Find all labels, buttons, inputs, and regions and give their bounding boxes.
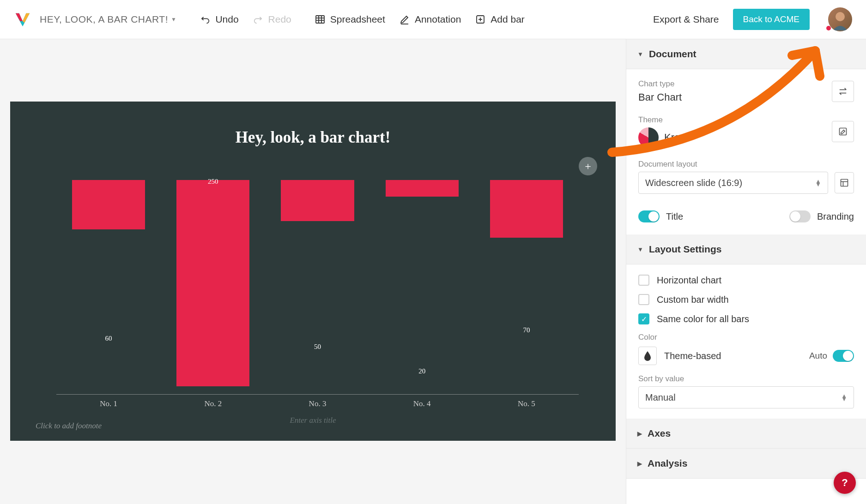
bar-slot[interactable]: 50No. 3	[265, 180, 369, 395]
undo-button[interactable]: Undo	[200, 14, 238, 25]
edit-theme-button[interactable]	[832, 121, 854, 142]
chevron-right-icon: ▶	[637, 460, 642, 467]
bar-rect[interactable]	[386, 180, 459, 197]
bar-value-label: 250	[161, 178, 265, 188]
bar-value-label: 20	[370, 367, 474, 378]
select-caret-icon: ▲▼	[841, 394, 847, 401]
auto-color-toggle[interactable]	[833, 350, 854, 362]
bar-rect[interactable]	[72, 180, 145, 229]
svg-rect-0	[316, 16, 324, 23]
color-value: Theme-based	[664, 351, 721, 361]
svg-rect-10	[840, 128, 847, 135]
chart-type-value: Bar Chart	[638, 91, 832, 103]
bar-category-label: No. 2	[161, 399, 265, 408]
add-icon	[475, 14, 486, 25]
spreadsheet-icon	[315, 14, 326, 25]
document-layout-select[interactable]: Widescreen slide (16:9) ▲▼	[638, 172, 828, 194]
select-caret-icon: ▲▼	[815, 180, 821, 186]
chevron-down-icon: ▼	[637, 246, 643, 253]
panel-header-document[interactable]: ▼ Document	[626, 39, 866, 69]
branding-toggle[interactable]	[789, 210, 811, 222]
top-toolbar: HEY, LOOK, A BAR CHART! ▼ Undo Redo Spre…	[0, 0, 866, 39]
swap-chart-type-button[interactable]	[832, 81, 854, 102]
bar-category-label: No. 5	[474, 399, 579, 408]
theme-label: Theme	[638, 115, 832, 125]
annotation-icon	[399, 14, 410, 25]
theme-swatch-icon	[638, 127, 659, 148]
color-picker-button[interactable]	[638, 347, 657, 365]
bar-slot[interactable]: 250No. 2	[161, 180, 265, 395]
layout-options-button[interactable]	[835, 172, 854, 193]
bar-value-label: 50	[265, 343, 369, 354]
bar-slot[interactable]: 20No. 4	[370, 180, 474, 395]
back-to-acme-button[interactable]: Back to ACME	[733, 9, 810, 30]
app-logo[interactable]	[14, 11, 31, 28]
undo-icon	[200, 14, 211, 25]
help-button[interactable]: ?	[834, 472, 856, 494]
same-color-checkbox[interactable]: ✓ Same color for all bars	[638, 313, 854, 324]
export-share-link[interactable]: Export & Share	[653, 14, 719, 25]
add-bar-button[interactable]: Add bar	[475, 14, 525, 25]
caret-down-icon: ▼	[171, 16, 176, 23]
svg-rect-11	[841, 180, 848, 186]
sort-label: Sort by value	[638, 374, 854, 384]
bar-rect[interactable]	[281, 180, 354, 221]
bar-category-label: No. 1	[56, 399, 161, 408]
bar-value-label: 70	[474, 326, 579, 337]
svg-point-9	[836, 12, 845, 21]
sort-by-value-select[interactable]: Manual ▲▼	[638, 386, 854, 408]
chart-slide[interactable]: Hey, look, a bar chart! + 60No. 1250No. …	[10, 102, 616, 441]
footnote-placeholder[interactable]: Click to add footnote	[36, 421, 102, 431]
redo-button: Redo	[253, 14, 291, 25]
canvas-area: Hey, look, a bar chart! + 60No. 1250No. …	[0, 39, 626, 504]
panel-header-layout-settings[interactable]: ▼ Layout Settings	[626, 234, 866, 264]
notification-dot	[826, 26, 831, 30]
panel-header-axes[interactable]: ▶ Axes	[626, 419, 866, 449]
bar-rect[interactable]	[490, 180, 563, 238]
bar-slot[interactable]: 70No. 5	[474, 180, 579, 395]
redo-icon	[253, 14, 264, 25]
custom-bar-width-checkbox[interactable]: Custom bar width	[638, 294, 854, 305]
bar-rect[interactable]	[176, 180, 249, 386]
bar-category-label: No. 4	[370, 399, 474, 408]
document-title-dropdown[interactable]: HEY, LOOK, A BAR CHART! ▼	[40, 14, 176, 25]
user-avatar[interactable]	[828, 7, 852, 31]
spreadsheet-button[interactable]: Spreadsheet	[315, 14, 385, 25]
bar-value-label: 60	[56, 335, 161, 345]
chart-type-label: Chart type	[638, 79, 832, 89]
panel-header-analysis[interactable]: ▶ Analysis	[626, 449, 866, 479]
chart-baseline	[56, 394, 579, 395]
document-title-text: HEY, LOOK, A BAR CHART!	[40, 14, 168, 25]
bar-slot[interactable]: 60No. 1	[56, 180, 161, 395]
annotation-button[interactable]: Annotation	[399, 14, 461, 25]
chevron-down-icon: ▼	[637, 51, 643, 58]
layout-label: Document layout	[638, 160, 854, 169]
chart-title[interactable]: Hey, look, a bar chart!	[10, 102, 616, 147]
theme-value: Kreon	[664, 132, 691, 144]
properties-sidebar: ▼ Document Chart type Bar Chart Theme Kr	[626, 39, 866, 504]
chevron-right-icon: ▶	[637, 430, 642, 437]
add-element-button[interactable]: +	[579, 157, 597, 175]
color-label: Color	[638, 333, 854, 342]
horizontal-chart-checkbox[interactable]: Horizontal chart	[638, 275, 854, 286]
title-toggle[interactable]	[638, 210, 660, 222]
bar-category-label: No. 3	[265, 399, 369, 408]
chart-plot-area: 60No. 1250No. 250No. 320No. 470No. 5	[56, 180, 579, 395]
